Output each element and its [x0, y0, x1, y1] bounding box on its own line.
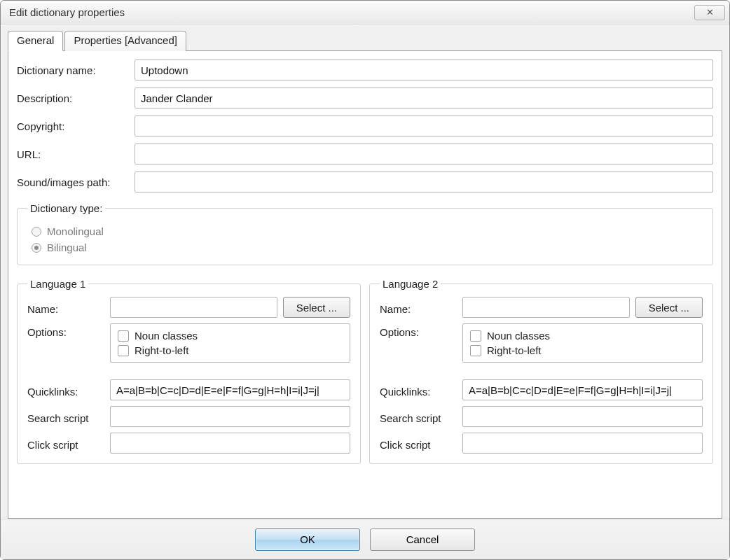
lang1-options-label: Options:	[27, 323, 104, 338]
lang2-name-label: Name:	[380, 300, 457, 315]
lang1-search-script-label: Search script	[27, 410, 104, 424]
language-2-legend: Language 2	[380, 278, 441, 290]
url-input[interactable]	[135, 144, 713, 164]
lang2-click-script-label: Click script	[380, 436, 457, 451]
close-button[interactable]: ✕	[694, 5, 725, 20]
sound-images-path-label: Sound/images path:	[17, 176, 129, 188]
dictionary-type-group: Dictionary type: Monolingual Bilingual	[17, 202, 713, 265]
lang2-rtl-checkbox[interactable]: Right-to-left	[470, 344, 695, 356]
radio-monolingual-label: Monolingual	[47, 225, 104, 237]
dictionary-type-legend: Dictionary type:	[27, 202, 105, 214]
lang1-search-script-input[interactable]	[110, 406, 350, 427]
lang1-rtl-checkbox[interactable]: Right-to-left	[118, 344, 343, 356]
lang2-quicklinks-input[interactable]	[462, 379, 703, 400]
dictionary-name-input[interactable]	[135, 59, 713, 80]
language-1-group: Language 1 Name: Select ... Options: Nou…	[17, 278, 361, 464]
window-title: Edit dictionary properties	[9, 6, 694, 18]
sound-images-path-input[interactable]	[135, 172, 713, 192]
lang2-quicklinks-label: Quicklinks:	[380, 383, 457, 398]
lang2-rtl-label: Right-to-left	[487, 344, 542, 356]
lang2-options-label: Options:	[380, 323, 457, 338]
copyright-input[interactable]	[135, 115, 713, 136]
radio-monolingual[interactable]: Monolingual	[32, 225, 703, 237]
lang2-noun-classes-label: Noun classes	[487, 330, 550, 342]
tab-panel-general: Dictionary name: Description: Copyright:…	[8, 50, 722, 519]
lang2-click-script-input[interactable]	[462, 433, 703, 454]
checkbox-icon	[470, 345, 481, 356]
dictionary-name-label: Dictionary name:	[17, 64, 129, 76]
language-1-legend: Language 1	[27, 278, 88, 290]
lang1-name-label: Name:	[27, 300, 104, 315]
description-label: Description:	[17, 92, 129, 104]
titlebar: Edit dictionary properties ✕	[1, 1, 729, 24]
lang1-noun-classes-checkbox[interactable]: Noun classes	[118, 330, 343, 342]
content-area: General Properties [Advanced] Dictionary…	[1, 24, 729, 519]
lang1-click-script-label: Click script	[27, 436, 104, 451]
description-input[interactable]	[135, 88, 713, 108]
language-2-group: Language 2 Name: Select ... Options: Nou…	[369, 278, 713, 464]
lang2-name-input[interactable]	[462, 297, 630, 318]
lang2-select-button[interactable]: Select ...	[635, 297, 703, 318]
lang1-click-script-input[interactable]	[110, 433, 350, 454]
lang1-options-box: Noun classes Right-to-left	[110, 323, 350, 363]
radio-bilingual-label: Bilingual	[47, 241, 87, 253]
tab-general[interactable]: General	[8, 31, 63, 51]
dialog-footer: OK Cancel	[1, 519, 729, 559]
ok-button[interactable]: OK	[255, 528, 360, 551]
lang1-name-input[interactable]	[110, 297, 277, 318]
checkbox-icon	[470, 330, 481, 342]
lang2-noun-classes-checkbox[interactable]: Noun classes	[470, 330, 695, 342]
lang2-search-script-input[interactable]	[462, 406, 703, 427]
lang2-options-box: Noun classes Right-to-left	[462, 323, 703, 363]
languages-grid: Language 1 Name: Select ... Options: Nou…	[17, 278, 713, 464]
url-label: URL:	[17, 148, 129, 160]
lang1-rtl-label: Right-to-left	[135, 344, 189, 356]
lang1-quicklinks-input[interactable]	[110, 379, 350, 400]
copyright-label: Copyright:	[17, 120, 129, 132]
close-icon: ✕	[706, 7, 714, 18]
lang2-search-script-label: Search script	[380, 410, 457, 424]
lang1-noun-classes-label: Noun classes	[135, 330, 198, 342]
lang1-select-button[interactable]: Select ...	[283, 297, 350, 318]
dialog-window: Edit dictionary properties ✕ General Pro…	[0, 0, 730, 560]
radio-bilingual[interactable]: Bilingual	[32, 241, 703, 253]
tab-properties-advanced[interactable]: Properties [Advanced]	[64, 31, 186, 51]
lang1-quicklinks-label: Quicklinks:	[27, 383, 104, 398]
cancel-button[interactable]: Cancel	[370, 528, 475, 551]
checkbox-icon	[118, 330, 129, 342]
checkbox-icon	[118, 345, 129, 356]
radio-icon	[32, 243, 41, 253]
radio-icon	[32, 227, 41, 237]
tabs-strip: General Properties [Advanced]	[8, 30, 722, 50]
